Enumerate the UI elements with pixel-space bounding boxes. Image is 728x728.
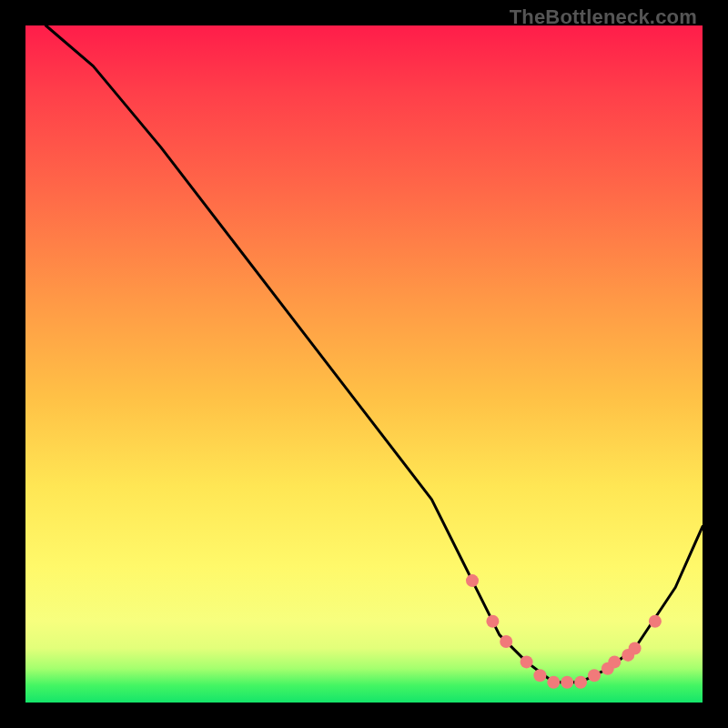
highlight-marker [486, 615, 499, 628]
highlight-marker [574, 676, 587, 689]
highlight-marker [547, 676, 560, 689]
highlight-marker [608, 655, 621, 668]
plot-area [25, 25, 703, 703]
chart-svg [25, 25, 703, 703]
curve-line [46, 25, 703, 682]
highlight-marker [649, 615, 662, 628]
highlight-marker [500, 635, 512, 648]
highlight-marker [466, 574, 479, 587]
highlight-marker [533, 669, 546, 682]
highlight-marker [561, 676, 573, 689]
chart-container: TheBottleneck.com [0, 0, 728, 728]
highlight-marker [588, 669, 601, 682]
highlight-marker [629, 642, 642, 655]
highlight-marker [521, 655, 533, 668]
